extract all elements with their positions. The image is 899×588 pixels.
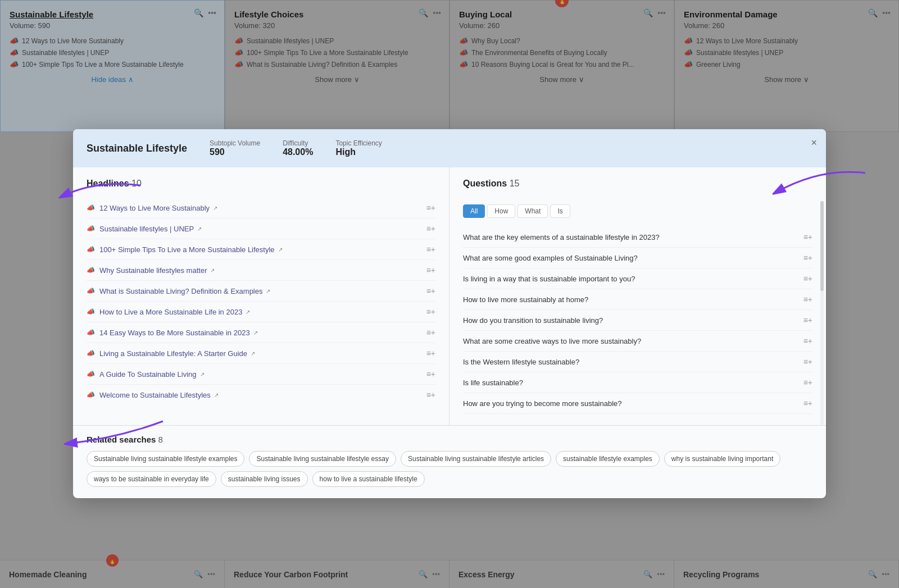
small-megaphone-icon: 📣 <box>87 391 95 399</box>
external-link-icon: ↗ <box>213 205 217 211</box>
question-item: Is the Western lifestyle sustainable? ≡+ <box>463 352 812 372</box>
megaphone-icon: 📣 <box>87 204 95 212</box>
question-text: How do you transition to sustainable liv… <box>463 316 803 325</box>
add-headline-button[interactable]: ≡+ <box>426 266 435 275</box>
add-headline-button[interactable]: ≡+ <box>426 245 435 254</box>
related-tags: Sustainable living sustainable lifestyle… <box>87 451 812 467</box>
related-tag[interactable]: Sustainable living sustainable lifestyle… <box>87 451 244 467</box>
related-tag[interactable]: how to live a sustainable lifestyle <box>312 471 425 487</box>
modal-overlay: Sustainable Lifestyle Subtopic Volume 59… <box>0 0 899 588</box>
modal-close-button[interactable]: × <box>811 137 817 149</box>
question-item: How do you transition to sustainable liv… <box>463 310 812 331</box>
filter-all-button[interactable]: All <box>463 204 485 218</box>
external-link-icon: ↗ <box>246 309 250 315</box>
add-question-button[interactable]: ≡+ <box>803 253 812 262</box>
add-question-button[interactable]: ≡+ <box>803 233 812 241</box>
add-headline-button[interactable]: ≡+ <box>426 390 435 399</box>
headline-link[interactable]: 100+ Simple Tips To Live a More Sustaina… <box>99 245 422 254</box>
meta-value: 48.00% <box>283 147 313 157</box>
headline-link[interactable]: How to Live a More Sustainable Life in 2… <box>99 308 422 316</box>
question-item: Is living in a way that is sustainable i… <box>463 268 812 289</box>
headline-item: 📣 Living a Sustainable Lifestyle: A Star… <box>87 343 435 364</box>
question-item: What are some creative ways to live more… <box>463 331 812 352</box>
headlines-title: Headlines 10 <box>87 179 435 189</box>
add-question-button[interactable]: ≡+ <box>803 316 812 325</box>
add-headline-button[interactable]: ≡+ <box>426 328 435 337</box>
question-text: How are you trying to become more sustai… <box>463 399 803 408</box>
related-tag[interactable]: sustainable lifestyle examples <box>556 451 660 467</box>
headline-item: 📣 Sustainable lifestyles | UNEP ↗ ≡+ <box>87 218 435 239</box>
related-tag[interactable]: sustainable living issues <box>221 471 308 487</box>
add-question-button[interactable]: ≡+ <box>803 399 812 408</box>
headline-item: 📣 What is Sustainable Living? Definition… <box>87 281 435 302</box>
megaphone-icon: 📣 <box>87 266 95 274</box>
headline-item: 📣 Welcome to Sustainable Lifestyles ↗ ≡+ <box>87 385 435 405</box>
meta-label: Subtopic Volume <box>210 139 260 147</box>
headline-link[interactable]: Living a Sustainable Lifestyle: A Starte… <box>99 349 422 358</box>
related-tag[interactable]: Sustainable living sustainable lifestyle… <box>401 451 551 467</box>
add-headline-button[interactable]: ≡+ <box>426 286 435 295</box>
add-headline-button[interactable]: ≡+ <box>426 307 435 316</box>
related-tags-row2: ways to be sustainable in everyday life … <box>87 471 812 487</box>
related-tag[interactable]: ways to be sustainable in everyday life <box>87 471 216 487</box>
headline-link[interactable]: 12 Ways to Live More Sustainably ↗ <box>99 204 422 212</box>
headline-link[interactable]: What is Sustainable Living? Definition &… <box>99 287 422 295</box>
question-item: How are you trying to become more sustai… <box>463 393 812 414</box>
add-headline-button[interactable]: ≡+ <box>426 224 435 233</box>
related-tag[interactable]: why is sustainable living important <box>664 451 780 467</box>
question-text: How to live more sustainably at home? <box>463 295 803 304</box>
external-link-icon: ↗ <box>200 371 205 377</box>
headline-link[interactable]: Sustainable lifestyles | UNEP ↗ <box>99 225 422 233</box>
meta-difficulty: Difficulty 48.00% <box>283 139 313 157</box>
headline-link[interactable]: 14 Easy Ways to Be More Sustainable in 2… <box>99 329 422 337</box>
question-text: What are some creative ways to live more… <box>463 337 803 345</box>
headlines-panel: Headlines 10 📣 12 Ways to Live More Sust… <box>73 167 450 425</box>
related-searches-section: Related searches 8 Sustainable living su… <box>73 425 826 498</box>
questions-header: Questions 15 <box>463 179 812 198</box>
small-megaphone-icon: 📣 <box>87 349 95 357</box>
headline-link[interactable]: A Guide To Sustainable Living ↗ <box>99 370 422 379</box>
filter-what-button[interactable]: What <box>517 204 548 218</box>
external-link-icon: ↗ <box>251 350 255 357</box>
headline-item: 📣 A Guide To Sustainable Living ↗ ≡+ <box>87 364 435 385</box>
headline-link[interactable]: Welcome to Sustainable Lifestyles ↗ <box>99 391 422 399</box>
megaphone-icon: 📣 <box>87 287 95 295</box>
add-question-button[interactable]: ≡+ <box>803 274 812 283</box>
external-link-icon: ↗ <box>278 247 283 253</box>
small-megaphone-icon: 📣 <box>87 370 95 378</box>
add-question-button[interactable]: ≡+ <box>803 357 812 366</box>
meta-value: High <box>335 147 382 157</box>
add-question-button[interactable]: ≡+ <box>803 378 812 387</box>
headline-item: 📣 Why Sustainable lifestyles matter ↗ ≡+ <box>87 260 435 281</box>
question-text: Is life sustainable? <box>463 379 803 387</box>
question-item: What are the key elements of a sustainab… <box>463 227 812 248</box>
modal-body: Headlines 10 📣 12 Ways to Live More Sust… <box>73 167 826 425</box>
add-headline-button[interactable]: ≡+ <box>426 370 435 379</box>
headline-item: 📣 100+ Simple Tips To Live a More Sustai… <box>87 239 435 260</box>
megaphone-icon: 📣 <box>87 245 95 253</box>
meta-subtopic: Subtopic Volume 590 <box>210 139 260 157</box>
add-question-button[interactable]: ≡+ <box>803 336 812 345</box>
filter-how-button[interactable]: How <box>487 204 515 218</box>
add-headline-button[interactable]: ≡+ <box>426 349 435 358</box>
external-link-icon: ↗ <box>253 330 258 336</box>
external-link-icon: ↗ <box>197 226 202 232</box>
question-item: How to live more sustainably at home? ≡+ <box>463 289 812 310</box>
filter-is-button[interactable]: Is <box>550 204 570 218</box>
question-text: Is living in a way that is sustainable i… <box>463 275 803 283</box>
add-headline-button[interactable]: ≡+ <box>426 203 435 212</box>
external-link-icon: ↗ <box>210 267 215 274</box>
scrollbar-thumb[interactable] <box>820 201 824 291</box>
question-text: What are the key elements of a sustainab… <box>463 233 803 241</box>
meta-efficiency: Topic Efficiency High <box>335 139 382 157</box>
small-megaphone-icon: 📣 <box>87 308 95 316</box>
questions-title: Questions 15 <box>463 179 519 189</box>
related-tag[interactable]: Sustainable living sustainable lifestyle… <box>249 451 396 467</box>
scrollbar[interactable] <box>820 201 824 425</box>
small-megaphone-icon: 📣 <box>87 329 95 336</box>
headline-link[interactable]: Why Sustainable lifestyles matter ↗ <box>99 266 422 275</box>
meta-label: Difficulty <box>283 139 313 147</box>
modal-header: Sustainable Lifestyle Subtopic Volume 59… <box>73 129 826 167</box>
add-question-button[interactable]: ≡+ <box>803 295 812 304</box>
headline-item: 📣 14 Easy Ways to Be More Sustainable in… <box>87 322 435 343</box>
